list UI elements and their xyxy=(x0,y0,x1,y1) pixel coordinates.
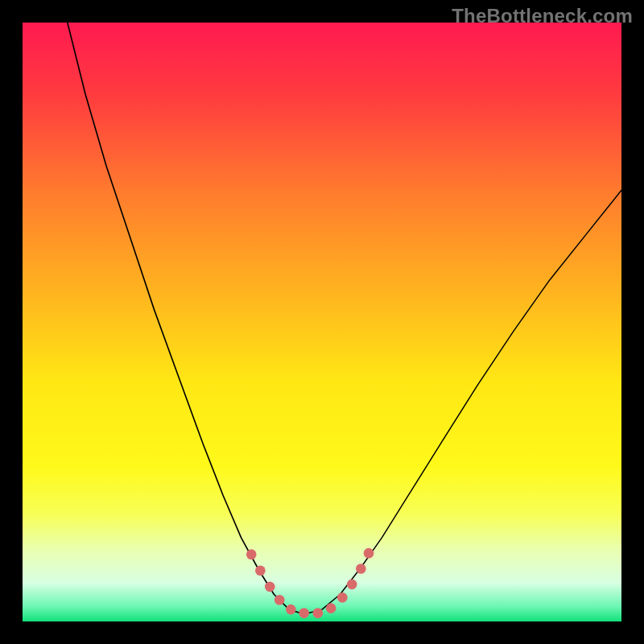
dotted-bottom-dot xyxy=(255,565,266,576)
watermark-text: TheBottleneck.com xyxy=(452,5,633,27)
dotted-bottom-dot xyxy=(337,592,348,603)
dotted-bottom-dot xyxy=(364,548,374,559)
dotted-bottom-dot xyxy=(286,605,296,615)
dotted-bottom-dot xyxy=(347,580,357,590)
dotted-bottom-dot xyxy=(356,564,366,574)
dotted-bottom-dot xyxy=(299,608,309,618)
chart-stage: TheBottleneck.com xyxy=(0,0,644,644)
dotted-bottom-dot xyxy=(265,582,275,592)
dotted-bottom-dot xyxy=(246,549,257,559)
plot-svg xyxy=(23,23,621,621)
dotted-bottom-dot xyxy=(312,608,323,618)
plot-area xyxy=(23,23,621,621)
dotted-bottom-dot xyxy=(326,603,336,613)
gradient-background xyxy=(23,23,621,621)
dotted-bottom-dot xyxy=(275,595,285,605)
